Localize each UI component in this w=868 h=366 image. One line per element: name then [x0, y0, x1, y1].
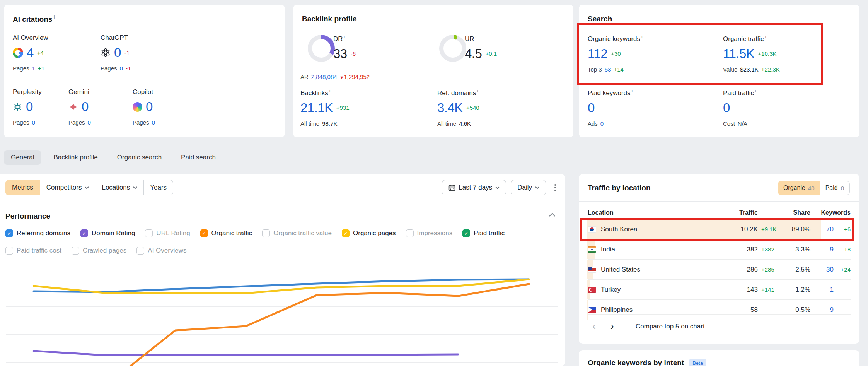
tab-paid-search[interactable]: Paid search — [174, 150, 223, 165]
info-icon[interactable]: i — [476, 34, 477, 39]
keywords-link[interactable]: 30 — [810, 266, 834, 274]
keywords-link[interactable]: 9 — [810, 246, 834, 253]
checkbox-organic-traffic[interactable]: ✓Organic traffic — [200, 229, 252, 237]
checkbox-paid-traffic[interactable]: ✓Paid traffic — [462, 229, 505, 237]
metric-paid-keywords: Paid keywordsi 0 Ads0 — [588, 88, 633, 127]
philippines-flag-icon — [588, 307, 596, 313]
checkbox-icon: ✓ — [5, 229, 13, 237]
chatgpt-delta: -1 — [124, 50, 130, 56]
checkbox-organic-traffic-value[interactable]: Organic traffic value — [262, 229, 332, 237]
metric-copilot: Copilot 0 Pages0 — [133, 88, 155, 126]
paid-keywords-value[interactable]: 0 — [588, 101, 595, 115]
table-row-united-states[interactable]: United States 286 +285 2.5% 30 +24 — [588, 259, 851, 279]
ahrefs-rank-row: AR 2,848,084 ▼1,294,952 — [300, 74, 370, 80]
info-icon[interactable]: i — [755, 88, 756, 94]
competitors-button[interactable]: Competitors — [40, 180, 96, 195]
pages-link[interactable]: 0 — [152, 119, 155, 126]
dimension-button-group: Competitors Locations Years — [40, 180, 173, 195]
checkbox-icon: ✓ — [200, 229, 208, 237]
info-icon[interactable]: i — [344, 34, 345, 39]
performance-card: Metrics Competitors Locations Years Last… — [0, 174, 565, 366]
compare-top5-button[interactable]: Compare top 5 on chart — [636, 323, 705, 330]
location-table-header: Location Traffic Share Keywords — [588, 207, 851, 219]
pages-link[interactable]: 0 — [88, 119, 91, 126]
table-row-turkey[interactable]: Turkey 143 +141 1.2% 1 — [588, 279, 851, 299]
dr-donut-chart — [308, 35, 335, 62]
checkbox-icon — [262, 229, 270, 237]
table-row-philippines[interactable]: Philippines 58 0.5% 9 — [588, 299, 851, 320]
beta-badge: Beta — [689, 359, 706, 366]
checkbox-domain-rating[interactable]: ✓Domain Rating — [80, 229, 135, 237]
location-table: Location Traffic Share Keywords South Ko… — [588, 207, 851, 320]
collapse-chevron-up-icon[interactable] — [549, 213, 555, 217]
metric-backlinks: Backlinksi 21.1K +931 All time98.7K — [300, 88, 350, 127]
tab-backlink-profile[interactable]: Backlink profile — [46, 150, 104, 165]
ur-donut-chart — [439, 35, 466, 62]
info-icon[interactable]: i — [329, 88, 331, 94]
chevron-down-icon — [495, 186, 500, 189]
chatgpt-value[interactable]: 0 — [114, 45, 121, 60]
metric-ai-overview: AI Overview 4 +4 Pages1+1 — [13, 34, 48, 72]
india-flag-icon — [588, 246, 596, 253]
pages-link[interactable]: 1 — [32, 65, 35, 72]
checkbox-icon: ✓ — [80, 229, 88, 237]
info-icon[interactable]: i — [632, 88, 633, 94]
metric-paid-traffic: Paid traffici 0 CostN/A — [723, 88, 756, 127]
ai-overview-value[interactable]: 4 — [27, 45, 34, 60]
ar-value-link[interactable]: 2,848,084 — [311, 74, 337, 80]
prev-page-arrow[interactable]: ‹ — [588, 320, 600, 332]
pages-link[interactable]: 0 — [120, 65, 123, 72]
toggle-paid[interactable]: Paid0 — [820, 181, 850, 195]
keywords-link[interactable]: 9 — [810, 306, 834, 314]
dr-value: 33 — [333, 46, 347, 61]
toggle-organic[interactable]: Organic40 — [778, 181, 820, 195]
organic-traffic-value[interactable]: 11.5K — [723, 46, 754, 61]
more-options-kebab-icon[interactable] — [551, 182, 560, 193]
organic-paid-toggle: Organic40 Paid0 — [778, 181, 850, 195]
checkbox-impressions[interactable]: Impressions — [406, 229, 453, 237]
backlinks-value[interactable]: 21.1K — [300, 101, 333, 115]
years-button[interactable]: Years — [144, 180, 173, 195]
locations-button[interactable]: Locations — [95, 180, 144, 195]
ai-citations-card: AI citationsi AI Overview 4 +4 Pages1+1 … — [4, 5, 285, 137]
metric-url-rating: URi 4.5 +0.1 — [465, 34, 497, 61]
ref-domains-value[interactable]: 3.4K — [437, 101, 463, 115]
chevron-down-icon — [133, 186, 137, 189]
tab-general[interactable]: General — [4, 150, 41, 165]
tab-organic-search[interactable]: Organic search — [110, 150, 169, 165]
date-range-button[interactable]: Last 7 days — [442, 180, 506, 195]
top3-link[interactable]: 53 — [605, 66, 611, 73]
chart-toolbar: Metrics Competitors Locations Years Last… — [5, 180, 560, 195]
next-page-arrow[interactable]: › — [606, 320, 619, 332]
ads-link[interactable]: 0 — [600, 120, 604, 127]
backlink-profile-card: Backlink profile DRi 33 -6 AR 2,848,084 … — [293, 5, 573, 137]
metrics-button[interactable]: Metrics — [5, 180, 40, 195]
checkbox-organic-pages[interactable]: ✓Organic pages — [342, 229, 396, 237]
down-arrow-icon: ▼ — [340, 75, 344, 80]
keywords-link[interactable]: 1 — [810, 286, 834, 294]
chevron-down-icon — [535, 186, 539, 189]
pages-link[interactable]: 0 — [32, 119, 35, 126]
granularity-button[interactable]: Daily — [511, 180, 546, 195]
metric-organic-traffic: Organic traffici 11.5K +10.3K Value$23.1… — [723, 34, 780, 73]
info-icon[interactable]: i — [477, 88, 478, 94]
chart-line-domain-rating — [34, 351, 458, 355]
info-icon[interactable]: i — [765, 34, 766, 39]
paid-traffic-value[interactable]: 0 — [723, 101, 730, 115]
info-icon[interactable]: i — [641, 34, 643, 39]
copilot-value[interactable]: 0 — [146, 99, 153, 114]
checkbox-url-rating[interactable]: URL Rating — [145, 229, 190, 237]
info-icon[interactable]: i — [53, 15, 55, 20]
panel-divider — [579, 201, 859, 202]
table-row-india[interactable]: India 382 +382 3.3% 9 +8 — [588, 239, 851, 259]
table-row-south-korea[interactable]: South Korea 10.2K +9.1K 89.0% 70 +6 — [588, 219, 851, 239]
keywords-by-intent-title: Organic keywords by intent Beta — [588, 359, 706, 366]
perplexity-value[interactable]: 0 — [26, 99, 33, 114]
keywords-link[interactable]: 70 — [810, 226, 834, 233]
checkbox-referring-domains[interactable]: ✓Referring domains — [5, 229, 70, 237]
south-korea-flag-icon — [588, 226, 596, 233]
ai-overview-delta: +4 — [37, 50, 44, 56]
gemini-value[interactable]: 0 — [82, 99, 89, 114]
turkey-flag-icon — [588, 287, 596, 293]
organic-keywords-value[interactable]: 112 — [588, 46, 607, 61]
